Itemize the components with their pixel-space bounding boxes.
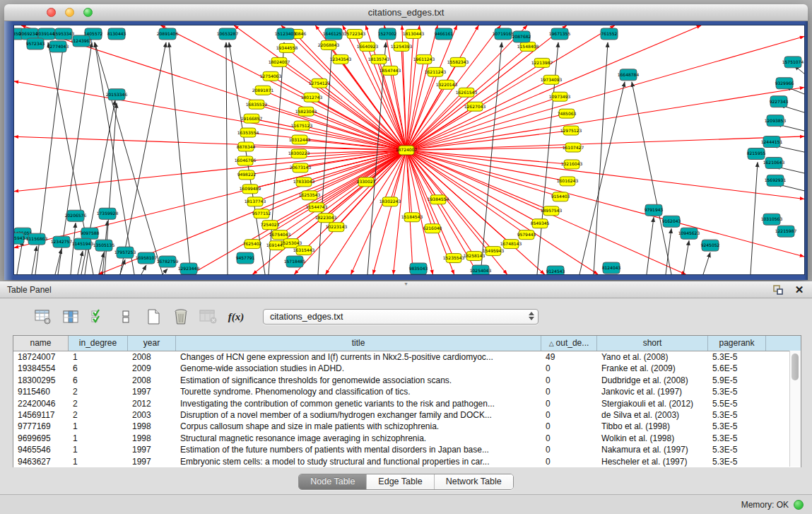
table-cell[interactable]: Tourette syndrome. Phenomenology and cla… (176, 386, 541, 397)
graph-node[interactable]: 7625402 (243, 240, 262, 249)
table-cell[interactable]: 14569117 (13, 409, 69, 421)
graph-node[interactable]: 10973493 (549, 92, 571, 101)
table-cell[interactable]: Hescheler et al. (1997) (597, 456, 708, 467)
table-cell[interactable]: 19384554 (13, 363, 69, 374)
graph-node[interactable]: 9245052 (701, 240, 720, 251)
graph-node[interactable]: 18302243 (379, 197, 401, 206)
graph-node[interactable]: 761552 (601, 28, 618, 40)
graph-node[interactable]: 16353554 (237, 128, 259, 137)
table-cell[interactable]: 0 (541, 421, 597, 432)
graph-node[interactable]: 11451943 (72, 238, 94, 250)
panel-resize-handle[interactable]: ▾ (402, 282, 411, 286)
float-panel-icon[interactable] (772, 284, 784, 296)
graph-node[interactable]: 9835043 (409, 263, 428, 274)
graph-node[interactable]: 19671355 (549, 28, 571, 40)
graph-node[interactable]: 12343543 (330, 54, 352, 64)
graph-node[interactable]: 11254393 (391, 42, 413, 51)
table-cell[interactable]: Changes of HCN gene expression and I(f) … (176, 351, 541, 363)
graph-node[interactable]: 13216043 (561, 160, 583, 169)
graph-node[interactable]: 16261543 (456, 88, 478, 97)
graph-node[interactable]: 15235543 (443, 254, 465, 263)
table-cell[interactable]: Franke et al. (2009) (597, 363, 708, 374)
table-cell[interactable]: 1 (69, 351, 128, 363)
graph-node[interactable]: 20891871 (252, 86, 274, 95)
table-settings-icon[interactable] (34, 308, 52, 326)
graph-node[interactable]: 8878344 (237, 142, 256, 151)
graph-node[interactable]: 15495943 (483, 247, 505, 256)
graph-node[interactable]: 16835512 (246, 100, 268, 109)
graph-node[interactable]: 18957543 (541, 206, 563, 216)
graph-node[interactable]: 15184543 (401, 213, 423, 222)
graph-node[interactable]: 11544743 (306, 203, 328, 212)
table-cell[interactable]: 1998 (128, 433, 176, 444)
graph-node[interactable]: 1527002 (378, 28, 397, 40)
graph-node[interactable]: 10719165 (493, 28, 514, 40)
graph-node[interactable]: 8549345 (531, 219, 550, 228)
graph-node[interactable]: 17833043 (293, 177, 315, 187)
graph-node[interactable]: 9577152 (252, 209, 271, 218)
delete-icon[interactable] (172, 308, 190, 326)
table-cell[interactable]: Dudbridge et al. (2008) (597, 375, 708, 386)
table-cell[interactable]: 5.3E-5 (708, 456, 766, 467)
select-columns-icon[interactable] (61, 308, 80, 326)
graph-node[interactable]: 9579443 (517, 230, 536, 240)
graph-node[interactable]: 7254023 (261, 221, 280, 230)
table-cell[interactable]: 1997 (128, 456, 176, 467)
table-cell[interactable]: Investigating the contribution of common… (176, 398, 541, 409)
table-cell[interactable]: 2008 (128, 375, 176, 386)
graph-node[interactable]: 6216040 (423, 224, 442, 233)
graph-node[interactable]: 3915943 (14, 233, 25, 244)
table-cell[interactable]: Genome-wide association studies in ADHD. (176, 363, 541, 374)
table-cell[interactable]: Nakamura et al. (1997) (597, 444, 708, 455)
graph-node[interactable]: 15751074 (782, 57, 804, 68)
graph-node[interactable]: 13505135 (93, 240, 115, 251)
column-header-name[interactable]: name (13, 336, 69, 351)
graph-node[interactable]: 9227343 (770, 96, 789, 107)
graph-node[interactable]: 9791943 (645, 204, 664, 216)
function-builder-icon[interactable]: f(x) (227, 308, 245, 326)
table-cell[interactable]: Estimation of the future numbers of pati… (176, 444, 541, 455)
tab-edge-table[interactable]: Edge Table (367, 474, 434, 489)
table-cell[interactable]: 1 (69, 444, 128, 455)
table-cell[interactable]: 2 (69, 386, 128, 397)
graph-node[interactable]: 16748143 (500, 240, 522, 249)
column-header-in-degree[interactable]: in_degree (69, 336, 128, 351)
table-cell[interactable]: 5.3E-5 (708, 421, 766, 432)
new-file-icon[interactable] (144, 308, 163, 326)
table-cell[interactable]: 5.3E-5 (708, 386, 766, 397)
graph-node[interactable]: 16099489 (240, 185, 261, 194)
graph-node[interactable]: 16253543 (299, 191, 321, 200)
graph-node[interactable]: 18137743 (245, 197, 266, 206)
graph-node[interactable]: 9097588 (81, 228, 100, 239)
table-cell[interactable]: 0 (541, 386, 597, 397)
table-cell[interactable]: 5.3E-5 (708, 444, 766, 455)
graph-node[interactable]: 17957253 (114, 247, 136, 258)
graph-node[interactable]: 16046766 (235, 156, 257, 165)
graph-node[interactable]: 16782759 (157, 256, 179, 267)
graph-node[interactable]: 8124043 (602, 262, 621, 274)
graph-node[interactable]: 16210643 (763, 157, 785, 168)
graph-node[interactable]: 16315443 (293, 246, 315, 255)
window-titlebar[interactable]: citations_edges.txt (4, 4, 808, 21)
table-row[interactable]: 1830029562008Estimation of significance … (13, 375, 801, 386)
table-vertical-scrollbar[interactable] (789, 351, 801, 467)
graph-node[interactable]: 12754123 (309, 78, 331, 88)
graph-node[interactable]: 15123403 (275, 28, 297, 40)
graph-node[interactable]: 16107427 (563, 143, 584, 152)
scrollbar-thumb[interactable] (792, 354, 799, 380)
graph-node[interactable]: 18300223 (288, 149, 310, 158)
table-cell[interactable]: 1 (69, 421, 128, 432)
table-cell[interactable]: 1 (69, 433, 128, 444)
graph-node[interactable]: 15722343 (344, 29, 366, 38)
table-row[interactable]: 2242004622012Investigating the contribut… (13, 398, 801, 409)
graph-node[interactable]: 2330027 (357, 177, 376, 187)
graph-node[interactable]: 20206576 (65, 210, 87, 221)
graph-node[interactable]: 22068843 (318, 40, 340, 49)
graph-node[interactable]: 2087682 (512, 31, 531, 42)
table-cell[interactable]: 5.3E-5 (708, 433, 766, 444)
graph-node[interactable]: 12975123 (560, 126, 582, 135)
graph-node[interactable]: 18024007 (269, 57, 290, 66)
table-cell[interactable]: de Silva et al. (2003) (597, 409, 708, 421)
table-cell[interactable]: 2003 (128, 409, 176, 421)
table-cell[interactable]: 1997 (128, 386, 176, 397)
